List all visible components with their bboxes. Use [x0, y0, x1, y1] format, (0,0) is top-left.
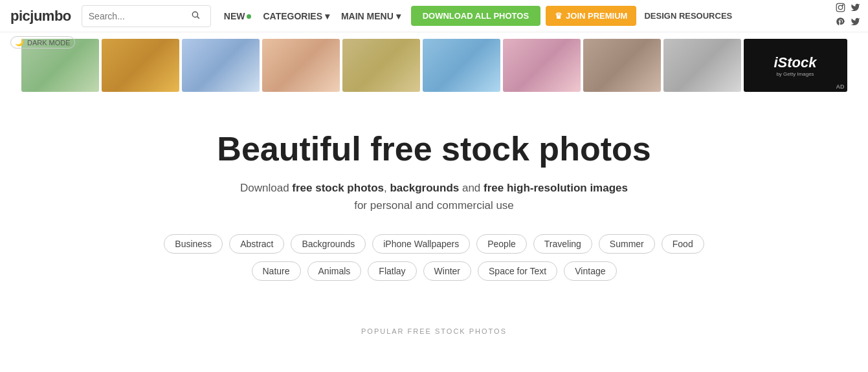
tag-space-for-text[interactable]: Space for Text [478, 261, 557, 281]
svg-line-1 [197, 17, 199, 19]
tag-backgrounds[interactable]: Backgrounds [291, 234, 366, 254]
tag-people[interactable]: People [476, 234, 527, 254]
header: picjumbo NEW CATEGORIES ▾ MAIN MENU ▾ DO… [0, 0, 868, 32]
tag-animals[interactable]: Animals [307, 261, 362, 281]
twitter-icon-2[interactable] [851, 17, 860, 28]
istock-subtitle: by Getty Images [776, 71, 814, 77]
thumbnail-2[interactable] [102, 39, 179, 92]
hero-section: Beautiful free stock photos Download fre… [0, 98, 868, 308]
svg-point-0 [192, 12, 197, 17]
popular-label: POPULAR FREE STOCK PHOTOS [0, 308, 868, 335]
tag-abstract[interactable]: Abstract [229, 234, 284, 254]
ad-badge: AD [836, 83, 845, 90]
search-icon [191, 10, 200, 19]
tag-summer[interactable]: Summer [599, 234, 655, 254]
twitter-icon[interactable] [851, 3, 860, 14]
thumbnail-strip: iStock by Getty Images AD [0, 32, 868, 98]
tag-flatlay[interactable]: Flatlay [368, 261, 416, 281]
thumbnail-3[interactable] [182, 39, 260, 92]
tag-business[interactable]: Business [164, 234, 223, 254]
thumbnail-6[interactable] [423, 39, 500, 92]
nav-main-menu[interactable]: MAIN MENU ▾ [341, 11, 401, 21]
istock-logo: iStock [773, 54, 816, 71]
istock-ad[interactable]: iStock by Getty Images AD [744, 39, 847, 92]
thumbnail-5[interactable] [342, 39, 420, 92]
svg-point-4 [842, 5, 843, 5]
hero-title: Beautiful free stock photos [13, 131, 855, 168]
moon-icon: 🌙 [15, 38, 24, 47]
search-input[interactable] [82, 11, 186, 21]
nav-categories[interactable]: CATEGORIES ▾ [263, 11, 329, 21]
tag-nature[interactable]: Nature [252, 261, 301, 281]
dark-mode-button[interactable]: 🌙 DARK MODE [10, 36, 75, 49]
design-resources-button[interactable]: DESIGN RESOURCES [644, 11, 732, 21]
tag-vintage[interactable]: Vintage [564, 261, 616, 281]
logo-text: picjumbo [10, 8, 71, 24]
pinterest-icon[interactable] [836, 17, 845, 28]
svg-point-3 [838, 5, 842, 9]
search-bar [82, 5, 211, 27]
nav-new[interactable]: NEW [224, 11, 252, 21]
hero-subtitle: Download free stock photos, backgrounds … [240, 179, 629, 214]
crown-icon: ♛ [555, 11, 562, 21]
thumbnail-4[interactable] [262, 39, 340, 92]
tag-winter[interactable]: Winter [423, 261, 471, 281]
nav-links: NEW CATEGORIES ▾ MAIN MENU ▾ [224, 11, 401, 21]
thumbnail-8[interactable] [583, 39, 661, 92]
tag-food[interactable]: Food [662, 234, 704, 254]
tag-traveling[interactable]: Traveling [533, 234, 592, 254]
logo[interactable]: picjumbo [10, 8, 71, 25]
thumbnail-7[interactable] [503, 39, 581, 92]
tags-row-2: Nature Animals Flatlay Winter Space for … [13, 261, 855, 281]
search-button[interactable] [186, 10, 205, 21]
join-premium-button[interactable]: ♛ JOIN PREMIUM [546, 6, 636, 26]
instagram-icon[interactable] [836, 3, 845, 14]
social-icons-container [836, 3, 860, 28]
download-all-button[interactable]: DOWNLOAD ALL PHOTOS [411, 6, 540, 26]
svg-rect-2 [836, 3, 845, 12]
thumbnail-9[interactable] [663, 39, 741, 92]
tag-iphone-wallpapers[interactable]: iPhone Wallpapers [372, 234, 470, 254]
tags-row-1: Business Abstract Backgrounds iPhone Wal… [13, 234, 855, 254]
